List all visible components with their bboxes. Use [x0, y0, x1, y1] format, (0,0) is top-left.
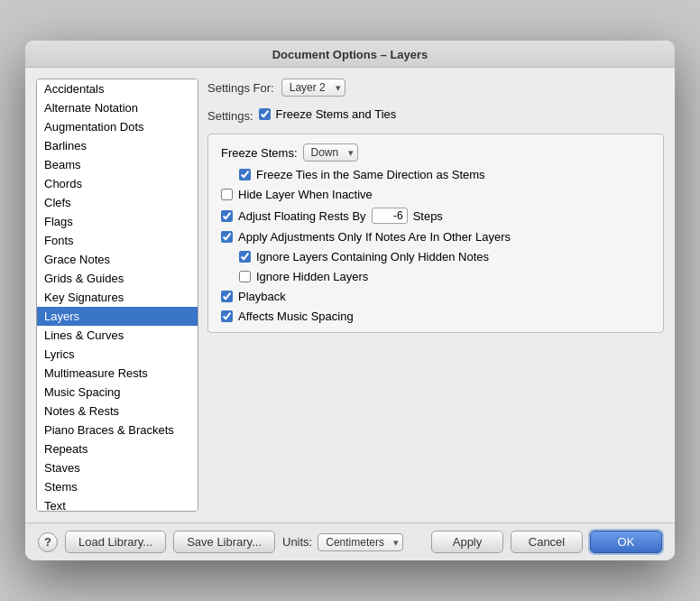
list-item[interactable]: Repeats	[37, 439, 198, 458]
ignore-containing-checkbox[interactable]	[239, 251, 251, 263]
dialog-footer: ? Load Library... Save Library... Units:…	[25, 522, 675, 560]
affects-music-spacing-row: Affects Music Spacing	[221, 310, 650, 323]
freeze-stems-ties-row: Freeze Stems and Ties	[259, 107, 397, 121]
list-item[interactable]: Lyrics	[37, 345, 198, 364]
apply-button[interactable]: Apply	[431, 531, 503, 553]
list-item[interactable]: Chords	[37, 174, 198, 193]
layer-select[interactable]: Layer 1Layer 2Layer 3Layer 4	[281, 79, 345, 97]
dialog-body: AccidentalsAlternate NotationAugmentatio…	[25, 68, 675, 522]
list-item[interactable]: Layers	[37, 307, 198, 326]
freeze-stems-row: Freeze Stems: UpDown	[221, 143, 650, 162]
list-item[interactable]: Text	[37, 496, 198, 512]
hide-layer-checkbox[interactable]	[221, 189, 233, 200]
dialog-title: Document Options – Layers	[272, 48, 428, 61]
help-button[interactable]: ?	[38, 532, 58, 552]
adjust-floating-label: Adjust Floating Rests By	[238, 209, 366, 223]
ignore-hidden-label: Ignore Hidden Layers	[256, 270, 368, 283]
settings-label: Settings:	[207, 109, 253, 123]
settings-panel: Settings For: Layer 1Layer 2Layer 3Layer…	[207, 79, 664, 512]
hide-layer-label: Hide Layer When Inactive	[238, 188, 373, 201]
adjust-floating-row: Adjust Floating Rests By Steps	[221, 208, 650, 224]
ignore-hidden-row: Ignore Hidden Layers	[221, 270, 650, 283]
affects-music-spacing-label: Affects Music Spacing	[238, 310, 354, 323]
apply-adjustments-row: Apply Adjustments Only If Notes Are In O…	[221, 230, 650, 244]
units-row: Units: CentimetersInchesPointsSpacesEvpu…	[282, 533, 403, 551]
category-list[interactable]: AccidentalsAlternate NotationAugmentatio…	[36, 79, 198, 512]
playback-row: Playback	[221, 290, 650, 303]
list-item[interactable]: Lines & Curves	[37, 326, 198, 345]
cancel-button[interactable]: Cancel	[511, 531, 583, 553]
freeze-stems-select-wrapper[interactable]: UpDown	[303, 143, 358, 162]
list-item[interactable]: Fonts	[37, 231, 198, 250]
ignore-hidden-checkbox[interactable]	[239, 271, 251, 282]
list-item[interactable]: Stems	[37, 477, 198, 496]
units-label: Units:	[282, 535, 312, 549]
layer-select-wrapper[interactable]: Layer 1Layer 2Layer 3Layer 4	[281, 79, 345, 97]
ignore-containing-row: Ignore Layers Containing Only Hidden Not…	[221, 250, 650, 264]
settings-for-label: Settings For:	[207, 81, 274, 95]
playback-checkbox[interactable]	[221, 291, 233, 302]
list-item[interactable]: Beams	[37, 155, 198, 174]
load-library-button[interactable]: Load Library...	[65, 531, 166, 553]
settings-for-row: Settings For: Layer 1Layer 2Layer 3Layer…	[207, 79, 664, 97]
list-item[interactable]: Staves	[37, 458, 198, 477]
apply-adjustments-checkbox[interactable]	[221, 231, 233, 243]
ignore-containing-label: Ignore Layers Containing Only Hidden Not…	[256, 250, 489, 264]
save-library-button[interactable]: Save Library...	[173, 531, 275, 553]
freeze-ties-checkbox[interactable]	[239, 169, 251, 180]
list-item[interactable]: Alternate Notation	[37, 98, 198, 117]
list-item[interactable]: Grace Notes	[37, 250, 198, 269]
list-item[interactable]: Piano Braces & Brackets	[37, 421, 198, 439]
document-options-dialog: Document Options – Layers AccidentalsAlt…	[25, 41, 675, 560]
list-item[interactable]: Clefs	[37, 193, 198, 212]
freeze-stems-label: Freeze Stems:	[221, 146, 298, 160]
apply-adjustments-label: Apply Adjustments Only If Notes Are In O…	[238, 230, 511, 244]
ok-button[interactable]: OK	[590, 531, 662, 553]
list-item[interactable]: Barlines	[37, 136, 198, 155]
units-select[interactable]: CentimetersInchesPointsSpacesEvpus	[318, 533, 403, 551]
list-item[interactable]: Accidentals	[37, 79, 198, 98]
list-item[interactable]: Flags	[37, 212, 198, 231]
freeze-ties-label: Freeze Ties in the Same Direction as Ste…	[256, 168, 485, 181]
steps-label: Steps	[413, 209, 443, 223]
freeze-stems-ties-label: Freeze Stems and Ties	[276, 107, 397, 121]
list-item[interactable]: Key Signatures	[37, 288, 198, 307]
list-item[interactable]: Augmentation Dots	[37, 117, 198, 136]
freeze-stems-ties-checkbox[interactable]	[259, 108, 271, 120]
settings-content: Freeze Stems: UpDown Freeze Ties in the …	[207, 134, 664, 333]
affects-music-spacing-checkbox[interactable]	[221, 310, 233, 322]
hide-layer-row: Hide Layer When Inactive	[221, 188, 650, 201]
list-item[interactable]: Grids & Guides	[37, 269, 198, 288]
list-item[interactable]: Notes & Rests	[37, 402, 198, 421]
titlebar: Document Options – Layers	[25, 41, 675, 68]
playback-label: Playback	[238, 290, 286, 303]
units-select-wrapper[interactable]: CentimetersInchesPointsSpacesEvpus	[318, 533, 403, 551]
freeze-stems-select[interactable]: UpDown	[303, 143, 358, 162]
adjust-floating-value[interactable]	[372, 208, 408, 224]
list-item[interactable]: Music Spacing	[37, 383, 198, 402]
list-item[interactable]: Multimeasure Rests	[37, 364, 198, 383]
adjust-floating-checkbox[interactable]	[221, 210, 233, 222]
freeze-ties-row: Freeze Ties in the Same Direction as Ste…	[221, 168, 650, 181]
